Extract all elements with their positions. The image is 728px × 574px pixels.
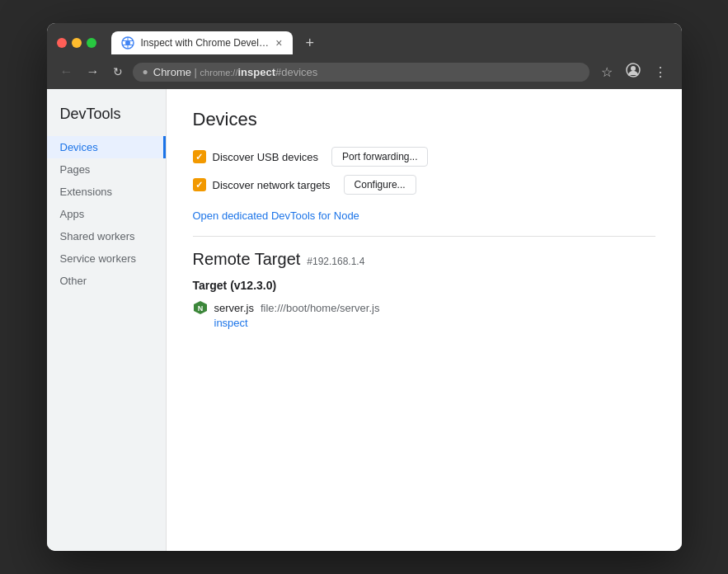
back-button[interactable]: ← [57, 62, 77, 82]
account-icon [626, 63, 641, 78]
configure-button[interactable]: Configure... [344, 175, 416, 195]
devtools-node-link[interactable]: Open dedicated DevTools for Node [193, 209, 359, 222]
close-button[interactable] [57, 38, 67, 48]
menu-button[interactable]: ⋮ [649, 61, 672, 83]
new-tab-button[interactable]: + [299, 32, 322, 54]
minimize-button[interactable] [72, 38, 82, 48]
sidebar-item-extensions[interactable]: Extensions [47, 181, 166, 203]
remote-target-title: Remote Target [193, 250, 301, 269]
sidebar-item-pages[interactable]: Pages [47, 158, 166, 181]
maximize-button[interactable] [87, 38, 96, 48]
bookmark-button[interactable]: ☆ [596, 61, 618, 83]
window-controls [57, 38, 96, 48]
tab-close-button[interactable]: × [275, 36, 282, 49]
tab-row: Inspect with Chrome Develope × + [47, 23, 682, 54]
options-section: Discover USB devices Port forwarding... … [193, 147, 655, 195]
address-row: ← → ↻ ● Chrome | chrome://inspect#device… [47, 54, 682, 89]
usb-devices-label: Discover USB devices [193, 150, 319, 163]
sidebar-title: DevTools [47, 106, 166, 136]
page-title: Devices [193, 109, 655, 130]
refresh-button[interactable]: ↻ [110, 62, 126, 82]
port-forwarding-button[interactable]: Port forwarding... [331, 147, 428, 167]
browser-window: Inspect with Chrome Develope × + ← → ↻ ●… [47, 23, 682, 551]
node-icon: N [193, 300, 208, 315]
target-entry: N server.js file:///boot/home/server.js … [193, 300, 655, 329]
remote-target-ip: #192.168.1.4 [307, 256, 364, 267]
target-script: server.js [214, 302, 254, 314]
sidebar: DevTools Devices Pages Extensions Apps S… [47, 89, 167, 551]
network-targets-label: Discover network targets [193, 178, 331, 191]
section-divider [193, 236, 655, 237]
content-area: DevTools Devices Pages Extensions Apps S… [47, 89, 682, 551]
network-targets-text: Discover network targets [213, 179, 331, 191]
target-entry-row: N server.js file:///boot/home/server.js [193, 300, 655, 315]
sidebar-item-other[interactable]: Other [47, 270, 166, 292]
svg-point-6 [631, 66, 636, 71]
title-bar: Inspect with Chrome Develope × + ← → ↻ ●… [47, 23, 682, 89]
option-row-network: Discover network targets Configure... [193, 175, 655, 195]
forward-button[interactable]: → [83, 62, 103, 82]
target-path: file:///boot/home/server.js [261, 302, 380, 314]
target-name: Target (v12.3.0) [193, 279, 655, 292]
remote-target-header: Remote Target #192.168.1.4 [193, 250, 655, 269]
usb-devices-checkbox[interactable] [193, 150, 206, 163]
address-bar[interactable]: ● Chrome | chrome://inspect#devices [133, 63, 589, 82]
tab-favicon [121, 36, 134, 49]
sidebar-item-apps[interactable]: Apps [47, 203, 166, 225]
inspect-link[interactable]: inspect [193, 317, 655, 329]
option-row-usb: Discover USB devices Port forwarding... [193, 147, 655, 167]
secure-icon: ● [143, 66, 148, 78]
network-targets-checkbox[interactable] [193, 178, 206, 191]
sidebar-item-shared-workers[interactable]: Shared workers [47, 225, 166, 247]
main-content: Devices Discover USB devices Port forwar… [167, 89, 682, 551]
sidebar-item-service-workers[interactable]: Service workers [47, 247, 166, 270]
tab-label: Inspect with Chrome Develope [141, 37, 270, 49]
usb-devices-text: Discover USB devices [213, 151, 319, 163]
sidebar-item-devices[interactable]: Devices [47, 136, 166, 158]
account-button[interactable] [621, 59, 646, 84]
active-tab[interactable]: Inspect with Chrome Develope × [111, 31, 293, 54]
toolbar-right: ☆ ⋮ [596, 59, 672, 84]
address-text: Chrome | chrome://inspect#devices [153, 66, 318, 78]
svg-text:N: N [197, 304, 203, 313]
